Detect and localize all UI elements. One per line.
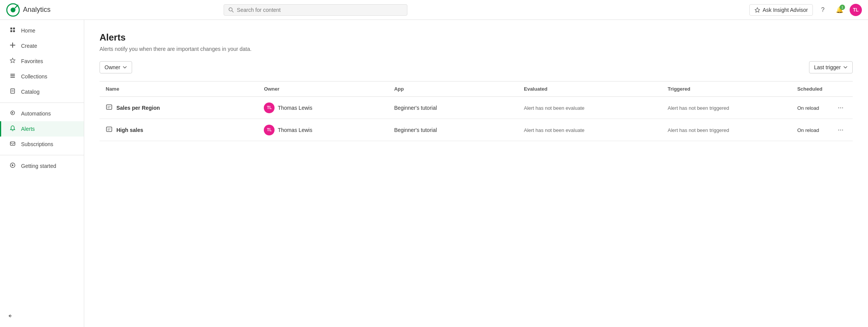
sidebar-item-label: Favorites [21,58,43,64]
svg-rect-26 [106,127,112,132]
owner-name: Thomas Lewis [278,127,312,133]
owner-cell: TL Thomas Lewis [264,125,382,135]
cell-actions: ··· [829,119,853,141]
sidebar: Home Create Favorites [0,20,84,327]
cell-evaluated: Alert has not been evaluate [518,119,662,141]
sidebar-item-alerts[interactable]: Alerts [0,121,84,137]
notifications-button[interactable]: 🔔 1 [833,3,847,17]
page-title: Alerts [100,32,853,43]
owner-avatar: TL [264,125,275,135]
last-trigger-sort-button[interactable]: Last trigger [809,61,853,73]
col-header-app: App [388,81,518,97]
svg-rect-8 [10,30,12,32]
col-header-evaluated: Evaluated [518,81,662,97]
app-name[interactable]: Beginner's tutorial [394,105,437,111]
logo-link[interactable]: Analytics [6,3,51,17]
qlik-logo [6,3,20,17]
alerts-icon [9,125,16,133]
sidebar-item-create[interactable]: Create [0,38,84,54]
evaluated-status: Alert has not been evaluate [524,127,584,133]
sidebar-item-subscriptions[interactable]: Subscriptions [0,137,84,152]
sidebar-item-label: Getting started [21,163,56,169]
getting-started-icon [9,162,16,170]
sidebar-item-automations[interactable]: Automations [0,106,84,121]
owner-filter-button[interactable]: Owner [100,61,132,73]
topbar-actions: Ask Insight Advisor ? 🔔 1 TL [749,3,862,17]
sidebar-item-catalog[interactable]: Catalog [0,84,84,99]
cell-triggered: Alert has not been triggered [662,97,791,119]
cell-app: Beginner's tutorial [388,97,518,119]
chevron-down-icon [123,65,127,70]
user-avatar[interactable]: TL [850,4,862,16]
sidebar-bottom [0,309,84,324]
subscriptions-icon [9,140,16,148]
svg-rect-7 [13,28,15,29]
catalog-icon [9,88,16,96]
app-name[interactable]: Beginner's tutorial [394,127,437,133]
more-options-button[interactable]: ··· [835,102,847,113]
collections-icon [9,73,16,80]
automations-icon [9,110,16,117]
insight-advisor-button[interactable]: Ask Insight Advisor [749,4,813,16]
cell-scheduled: On reload [791,97,829,119]
home-icon [9,27,16,34]
alerts-table: Name Owner App Evaluated Triggered Sched… [100,81,853,141]
help-icon: ? [821,7,825,13]
svg-rect-9 [13,30,15,32]
last-trigger-label: Last trigger [814,64,841,70]
search-input[interactable] [237,7,403,13]
notification-badge: 1 [840,5,845,10]
col-header-actions [829,81,853,97]
sidebar-item-getting-started[interactable]: Getting started [0,158,84,174]
triggered-status: Alert has not been triggered [668,105,729,111]
app-body: Home Create Favorites [0,20,868,327]
chevron-down-icon-2 [843,65,848,70]
alert-name[interactable]: Sales per Region [116,105,160,111]
cell-name: High sales [100,119,258,141]
svg-rect-15 [10,77,15,78]
col-header-triggered: Triggered [662,81,791,97]
sidebar-item-favorites[interactable]: Favorites [0,54,84,69]
svg-marker-12 [10,58,15,63]
owner-name: Thomas Lewis [278,105,312,111]
sidebar-item-home[interactable]: Home [0,23,84,38]
search-bar[interactable] [224,4,407,16]
sidebar-item-label: Catalog [21,89,39,95]
svg-line-4 [232,10,234,12]
sidebar-item-label: Alerts [21,126,35,132]
create-icon [9,42,16,50]
table-row: Sales per Region TL Thomas Lewis Beginne… [100,97,853,119]
favorites-icon [9,57,16,65]
cell-actions: ··· [829,97,853,119]
help-button[interactable]: ? [816,3,830,17]
topbar: Analytics Ask Insight Advisor ? 🔔 1 TL [0,0,868,20]
svg-rect-16 [11,89,15,93]
sidebar-item-collections[interactable]: Collections [0,69,84,84]
svg-marker-5 [755,8,760,12]
alert-name[interactable]: High sales [116,127,143,133]
insight-icon [754,7,760,13]
owner-avatar: TL [264,102,275,113]
evaluated-status: Alert has not been evaluate [524,105,584,111]
insight-advisor-label: Ask Insight Advisor [763,7,808,13]
table-row: High sales TL Thomas Lewis Beginner's tu… [100,119,853,141]
sidebar-item-label: Home [21,28,35,34]
triggered-status: Alert has not been triggered [668,127,729,133]
cell-triggered: Alert has not been triggered [662,119,791,141]
cell-owner: TL Thomas Lewis [258,119,388,141]
app-name: Analytics [23,6,51,14]
sidebar-item-label: Collections [21,73,47,80]
cell-name: Sales per Region [100,97,258,119]
more-options-button[interactable]: ··· [835,124,847,135]
main-content: Alerts Alerts notify you when there are … [84,20,868,327]
col-header-name: Name [100,81,258,97]
alert-type-icon [106,104,113,112]
col-header-owner: Owner [258,81,388,97]
owner-cell: TL Thomas Lewis [264,102,382,113]
sidebar-collapse-button[interactable] [0,309,84,324]
page-subtitle: Alerts notify you when there are importa… [100,46,853,52]
svg-rect-23 [106,105,112,109]
collapse-icon [8,313,14,320]
cell-app: Beginner's tutorial [388,119,518,141]
svg-rect-20 [10,142,15,145]
